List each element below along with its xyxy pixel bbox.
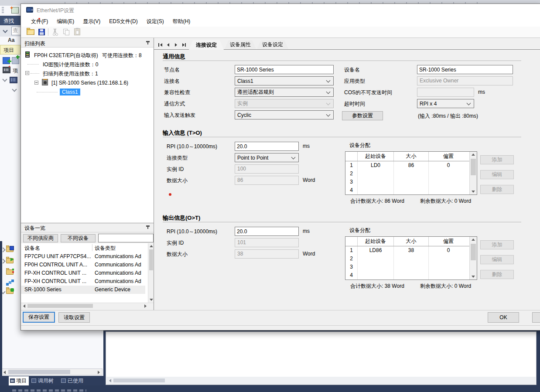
read-settings-button[interactable]: 读取设置 <box>58 312 90 323</box>
side-collapse-icon-2[interactable] <box>12 87 17 92</box>
connection-name-select[interactable]: Class1 <box>235 76 334 85</box>
device-table-vscrollbar-thumb[interactable] <box>149 249 153 270</box>
input-rpi-input[interactable] <box>235 142 299 151</box>
save-settings-button[interactable]: 保存设置 <box>23 312 55 323</box>
vendor-filter-button[interactable]: 不同供应商 <box>23 234 58 242</box>
tree-row-device[interactable]: [1] SR-1000 Series (192.168.1.6) <box>21 79 154 87</box>
parameter-settings-button[interactable]: 参数设置 <box>342 111 383 120</box>
alloc-row[interactable]: 2 <box>345 255 477 263</box>
project-side-tab[interactable]: 项目 <box>0 45 21 55</box>
output-alloc-table[interactable]: 起始设备 大小 偏置 1LD86380 2 3 4 5 <box>345 236 477 280</box>
device-name-label: 设备名 <box>344 66 360 74</box>
add-unit-icon[interactable] <box>12 57 19 64</box>
find-expand-icon[interactable] <box>3 28 7 33</box>
bottom-tab-project[interactable]: 项目 <box>9 376 29 385</box>
left-panel-hscrollbar-thumb[interactable] <box>8 370 70 374</box>
tab-nav-next[interactable] <box>173 42 180 48</box>
folder-run-icon[interactable] <box>6 258 14 263</box>
menu-eds-file[interactable]: EDS文件(D) <box>105 17 141 27</box>
folder-network-icon[interactable] <box>6 289 14 294</box>
tree-row-scanlist[interactable]: 扫描列表使用连接数：1 <box>21 69 154 77</box>
side-collapse-icon-1[interactable] <box>2 77 7 82</box>
alloc-row[interactable]: 1LD0860 <box>345 161 477 170</box>
folder-config-icon[interactable] <box>6 269 14 275</box>
workspace-hscrollbar[interactable] <box>106 377 536 385</box>
input-alloc-vscrollbar[interactable] <box>469 152 477 194</box>
open-icon[interactable] <box>27 29 34 35</box>
alloc-row[interactable]: 4 <box>345 186 477 194</box>
device-table-colname[interactable]: 设备名 <box>24 245 40 252</box>
tab-nav-last[interactable] <box>181 42 188 48</box>
device-table-hscrollbar-thumb[interactable] <box>27 304 93 308</box>
output-instance-field: 101 <box>235 238 299 247</box>
alloc-row[interactable]: 3 <box>345 178 477 186</box>
alloc-row[interactable]: 3 <box>345 263 477 271</box>
device-filter-button[interactable]: 不同设备 <box>61 234 96 242</box>
input-trigger-select[interactable]: Cyclic <box>235 110 334 119</box>
folder-program-icon[interactable] <box>6 247 14 252</box>
output-edit-button: 编辑 <box>480 255 514 264</box>
device-table-hscrollbar[interactable] <box>21 303 154 309</box>
input-alloc-table[interactable]: 起始设备 大小 偏置 1LD0860 2 3 4 5 <box>345 151 477 195</box>
device-row-3[interactable]: FP-XH CONTROL UNIT ... Communications Ad <box>21 269 145 277</box>
dialog-titlebar[interactable]: EtherNet/IP设置 <box>21 4 540 16</box>
bg-bottom-tabbar: 项目 调用树 已使用 <box>0 376 105 385</box>
device-name-input[interactable] <box>417 65 513 74</box>
input-alloc-vscrollbar-thumb[interactable] <box>471 159 476 175</box>
collapse-box-icon[interactable] <box>34 81 38 85</box>
input-rpi-label: RPI (10.0～10000ms) <box>167 143 217 150</box>
alloc-row[interactable]: 5 <box>345 194 477 195</box>
menu-view[interactable]: 显示(V) <box>79 17 104 27</box>
device-table-vscrollbar[interactable] <box>148 243 154 303</box>
tab-connection-settings[interactable]: 连接设定 <box>189 40 224 50</box>
tab-nav <box>157 42 188 48</box>
workspace-hscrollbar-thumb[interactable] <box>113 378 165 382</box>
output-total-size: 合计数据大小: 38 Word <box>350 283 404 290</box>
scan-list-pin-icon[interactable] <box>146 41 150 45</box>
timeout-select[interactable]: RPI x 4 <box>417 99 474 108</box>
device-row-2[interactable]: FP0H CONTROL UNIT A... Communications Ad <box>21 261 145 269</box>
io-map-icon[interactable] <box>3 67 10 73</box>
tab-nav-prev[interactable] <box>165 42 172 48</box>
output-alloc-vscrollbar-thumb[interactable] <box>471 244 476 260</box>
unit-icon[interactable] <box>10 77 17 83</box>
device-row-5[interactable]: SR-1000 Series Generic Device <box>21 286 145 294</box>
node-name-input[interactable] <box>235 65 334 74</box>
alloc-row[interactable]: 4 <box>345 271 477 280</box>
collapse-box-icon[interactable] <box>25 71 29 75</box>
device-table-coltype[interactable]: 设备类型 <box>95 245 116 252</box>
tree-row-class1[interactable]: Class1 <box>21 88 154 96</box>
device-row-1[interactable]: FP7CPU UNIT AFP7CPS4... Communications A… <box>21 252 145 261</box>
alloc-row[interactable]: 2 <box>345 170 477 178</box>
menu-edit[interactable]: 编辑(E) <box>53 17 78 27</box>
output-alloc-vscrollbar[interactable] <box>469 237 477 280</box>
left-panel-hscrollbar[interactable] <box>1 368 103 375</box>
side-item-label[interactable]: 项 <box>13 67 18 75</box>
menu-settings[interactable]: 设定(S) <box>143 17 168 27</box>
new-item-icon[interactable] <box>11 7 19 14</box>
connection-type-select[interactable]: Point to Point <box>235 153 299 162</box>
tab-nav-first[interactable] <box>157 42 164 48</box>
menu-help[interactable]: 帮助(H) <box>169 17 195 27</box>
alloc-row[interactable]: 1LD86380 <box>345 246 477 255</box>
scan-list-title: 扫描列表 <box>24 40 45 48</box>
match-case-label[interactable]: Aa <box>8 37 14 43</box>
device-row-4[interactable]: FP-XH CONTROL UNIT ... Communications Ad <box>21 277 145 286</box>
cancel-button[interactable]: 取消 <box>532 312 540 323</box>
tree-row-io[interactable]: IO图预计使用连接数：0 <box>21 60 154 68</box>
tab-device-properties[interactable]: 设备属性 <box>225 40 256 49</box>
device-list-pin-icon[interactable] <box>146 225 150 230</box>
steps-icon[interactable] <box>6 280 14 286</box>
alloc-row[interactable]: 5 <box>345 280 477 280</box>
device-filter-input[interactable] <box>98 234 154 242</box>
bottom-tab-used[interactable]: 已使用 <box>60 376 87 385</box>
timeout-value: RPI x 4 <box>420 101 437 107</box>
bottom-tab-calltree[interactable]: 调用树 <box>31 376 58 385</box>
add-device-icon[interactable] <box>3 57 10 64</box>
tab-device-settings[interactable]: 设备设定 <box>257 40 288 49</box>
ok-button[interactable]: OK <box>488 312 519 323</box>
compatibility-select[interactable]: 遵照适配器规则 <box>235 88 334 97</box>
save-icon[interactable] <box>38 29 45 35</box>
tree-row-root[interactable]: FP0H C32ET/EP(自动取得) 可使用连接数：8 <box>21 51 154 59</box>
output-rpi-input[interactable] <box>235 227 299 236</box>
